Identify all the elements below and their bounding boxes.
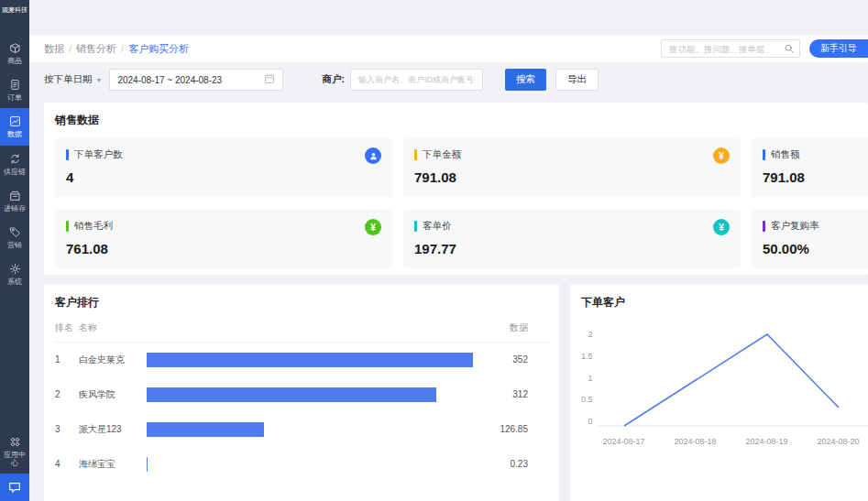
stat-card-sales-amount: 销售额 ¥ 791.08 — [752, 138, 868, 197]
value-column-header: 数据 — [473, 321, 528, 334]
data-chart-icon — [9, 115, 21, 127]
stat-value: 197.77 — [414, 241, 730, 256]
ranking-value: 312 — [473, 389, 528, 399]
table-row: 2 疾风学院 312 — [55, 377, 548, 412]
breadcrumb-separator: / — [121, 43, 124, 54]
accent-tick — [763, 149, 765, 160]
yuan-icon: ¥ — [365, 219, 381, 235]
stat-value: 50.00% — [763, 241, 868, 256]
stat-label: 下单客户数 — [74, 148, 123, 161]
filter-bar: 按下单日期 ▼ 2024-08-17 ~ 2024-08-23 商户: 搜索 导… — [44, 68, 859, 92]
stat-label: 销售额 — [771, 148, 800, 161]
breadcrumb-current[interactable]: 客户购买分析 — [128, 42, 189, 56]
date-type-label: 按下单日期 — [44, 73, 93, 86]
stat-card-repurchase-rate: 客户复购率 % 50.00% — [752, 210, 868, 268]
merchant-search-input[interactable] — [350, 69, 483, 91]
sidebar-service-button[interactable] — [0, 474, 29, 501]
x-axis-labels: 2024-08-17 2024-08-18 2024-08-19 2024-08… — [597, 437, 868, 450]
sidebar-item-supply-chain[interactable]: 供应链 — [0, 146, 29, 182]
brand-logo: 观麦科技 — [2, 5, 27, 15]
ranking-bar — [147, 387, 436, 402]
name-column-header: 名称 — [79, 321, 147, 334]
sidebar-item-marketing[interactable]: 营销 — [0, 219, 29, 256]
sidebar-item-label: 营销 — [7, 241, 22, 249]
accent-tick — [414, 221, 417, 232]
ranking-bar — [147, 422, 264, 437]
table-row: 3 派大星123 126.85 — [55, 412, 548, 447]
yuan-icon: ¥ — [713, 219, 730, 235]
table-row: 4 海绵宝宝 0.23 — [55, 447, 548, 482]
breadcrumb-separator: / — [69, 43, 71, 54]
supply-chain-icon — [9, 153, 21, 165]
accent-tick — [66, 149, 69, 160]
yuan-icon: ¥ — [713, 147, 730, 164]
rank-number: 2 — [55, 389, 79, 399]
beginner-guide-button[interactable]: 新手引导 — [809, 39, 868, 58]
chat-bubble-icon — [8, 481, 21, 494]
order-icon — [9, 79, 21, 91]
search-icon[interactable] — [784, 43, 795, 54]
customer-name: 疾风学院 — [79, 388, 147, 401]
system-gear-icon — [9, 263, 21, 275]
inventory-icon — [9, 190, 21, 201]
accent-tick — [763, 221, 765, 232]
accent-tick — [66, 221, 69, 232]
ranking-table-header: 排名 名称 数据 — [55, 321, 548, 343]
ranking-value: 0.23 — [473, 459, 528, 469]
ranking-bar — [147, 353, 473, 367]
stat-value: 791.08 — [763, 169, 868, 185]
date-range-value: 2024-08-17 ~ 2024-08-23 — [117, 75, 264, 85]
ranking-value: 352 — [473, 354, 528, 365]
order-customers-panel: 下单客户 2 1.5 1 0.5 0 2024-08-17 2024-08-18… — [570, 284, 868, 501]
search-button[interactable]: 搜索 — [505, 69, 546, 91]
stat-card-order-customers: 下单客户数 4 — [55, 138, 392, 197]
stat-value: 4 — [66, 169, 381, 185]
sidebar-item-app-center[interactable]: 应用中心 — [0, 429, 29, 474]
breadcrumb-item[interactable]: 数据 — [44, 42, 64, 56]
sidebar-item-goods[interactable]: 商品 — [0, 35, 29, 71]
rank-number: 4 — [55, 459, 79, 469]
export-button[interactable]: 导出 — [555, 69, 599, 91]
app-center-icon — [9, 436, 21, 448]
table-row: 1 白金史莱克 352 — [55, 343, 548, 377]
calendar-icon — [264, 73, 275, 86]
customer-name: 派大星123 — [79, 423, 147, 436]
customer-icon — [365, 147, 381, 164]
stat-label: 客单价 — [423, 220, 452, 233]
global-search-input[interactable] — [661, 39, 800, 58]
order-customers-title: 下单客户 — [581, 295, 857, 310]
app-root: 观麦科技 商品 订单 数据 供应链 进销存 — [0, 0, 868, 501]
rank-number: 3 — [55, 424, 79, 434]
breadcrumb-item[interactable]: 销售分析 — [76, 42, 116, 56]
stat-value: 791.08 — [414, 169, 730, 185]
sidebar-item-inventory[interactable]: 进销存 — [0, 182, 29, 219]
stat-label: 下单金额 — [423, 148, 461, 161]
sidebar-item-label: 应用中心 — [1, 451, 28, 467]
stat-value: 761.08 — [66, 241, 381, 256]
stat-grid: 下单客户数 4 下单金额 ¥ 791.08 销售额 ¥ 791.08 销售毛利 … — [55, 138, 857, 268]
header: 数据 / 销售分析 / 客户购买分析 新手引导 — [29, 35, 868, 62]
global-search — [661, 39, 800, 58]
rank-column-header: 排名 — [55, 321, 79, 334]
customer-name: 海绵宝宝 — [79, 458, 147, 471]
date-type-select[interactable]: 按下单日期 ▼ — [44, 73, 102, 86]
sidebar-item-label: 数据 — [7, 130, 22, 138]
sidebar-item-system[interactable]: 系统 — [0, 256, 29, 292]
line-chart-svg — [597, 323, 868, 433]
stat-card-order-amount: 下单金额 ¥ 791.08 — [403, 138, 741, 197]
ranking-bar — [147, 457, 148, 472]
stat-card-avg-order-value: 客单价 ¥ 197.77 — [403, 210, 741, 268]
sidebar-item-label: 商品 — [7, 57, 22, 65]
sidebar-item-data[interactable]: 数据 — [0, 108, 29, 145]
customer-name: 白金史莱克 — [79, 354, 147, 366]
stat-card-gross-profit: 销售毛利 ¥ 761.08 — [55, 210, 392, 268]
sales-data-panel: 销售数据 下单客户数 4 下单金额 ¥ 791.08 销售额 ¥ 791.08 — [44, 103, 868, 275]
date-range-picker[interactable]: 2024-08-17 ~ 2024-08-23 — [109, 69, 283, 91]
y-axis-labels: 2 1.5 1 0.5 0 — [581, 330, 597, 426]
chevron-down-icon: ▼ — [96, 77, 103, 83]
sidebar-item-orders[interactable]: 订单 — [0, 71, 29, 108]
sidebar-nav: 商品 订单 数据 供应链 进销存 营销 — [0, 35, 29, 292]
marketing-tag-icon — [9, 226, 21, 238]
stat-label: 销售毛利 — [74, 220, 113, 233]
customer-ranking-title: 客户排行 — [55, 295, 548, 310]
